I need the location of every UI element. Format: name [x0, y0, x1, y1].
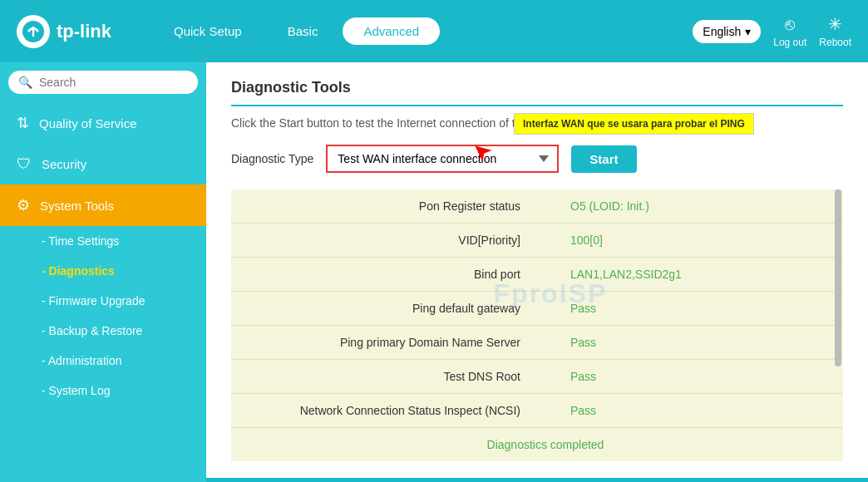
logout-button[interactable]: ⎋ Log out — [773, 15, 806, 48]
table-row: Ping default gatewayPass — [231, 292, 843, 326]
sidebar: 🔍 ⇅ Quality of Service 🛡 Security ⚙ Syst… — [0, 62, 206, 482]
tab-quick-setup[interactable]: Quick Setup — [153, 17, 263, 45]
table-row: Ping primary Domain Name ServerPass — [231, 326, 843, 360]
qos-icon: ⇅ — [17, 114, 29, 132]
table-row: Network Connection Status Inspect (NCSI)… — [231, 394, 843, 428]
reboot-icon: ✳ — [828, 14, 842, 34]
logout-label: Log out — [773, 37, 806, 48]
search-box[interactable]: 🔍 — [8, 71, 198, 94]
table-row: VID[Priority]100[0] — [231, 224, 843, 258]
language-selector[interactable]: English ▾ — [693, 20, 761, 43]
page-title: Diagnostic Tools — [231, 79, 843, 106]
header-right: English ▾ ⎋ Log out ✳ Reboot — [693, 14, 851, 48]
start-button[interactable]: Start — [571, 145, 636, 173]
logo: tp-link — [17, 15, 111, 48]
results-table: Pon Register statusO5 (LOID: Init.)VID[P… — [231, 189, 843, 461]
table-row: Bind portLAN1,LAN2,SSID2g1 — [231, 258, 843, 292]
table-row: Test DNS RootPass — [231, 360, 843, 394]
scrollbar[interactable] — [835, 189, 841, 366]
content-wrapper: Diagnostic Tools Click the Start button … — [206, 62, 868, 482]
main-layout: 🔍 ⇅ Quality of Service 🛡 Security ⚙ Syst… — [0, 62, 868, 482]
logo-text: tp-link — [57, 21, 111, 42]
security-icon: 🛡 — [17, 155, 32, 173]
sidebar-sub-time-settings[interactable]: - Time Settings — [0, 226, 206, 256]
logo-icon — [17, 15, 50, 48]
sidebar-item-label-security: Security — [42, 157, 86, 171]
search-icon: 🔍 — [18, 76, 32, 89]
sidebar-submenu: - Time Settings - Diagnostics - Firmware… — [0, 226, 206, 406]
annotation-tooltip: Interfaz WAN que se usara para probar el… — [514, 113, 754, 135]
nav-tabs: Quick Setup Basic Advanced — [153, 17, 676, 45]
tab-advanced[interactable]: Advanced — [343, 17, 440, 45]
tab-basic[interactable]: Basic — [267, 17, 339, 45]
sidebar-sub-admin[interactable]: - Administration — [0, 346, 206, 376]
language-value: English — [703, 25, 741, 38]
system-tools-icon: ⚙ — [17, 196, 30, 214]
sidebar-item-label-qos: Quality of Service — [39, 116, 137, 130]
diagnostic-row: Diagnostic Type Test WAN interface conne… — [231, 145, 843, 173]
sidebar-item-label-system-tools: System Tools — [40, 199, 114, 213]
diagnostic-type-label: Diagnostic Type — [231, 152, 313, 165]
sidebar-item-qos[interactable]: ⇅ Quality of Service — [0, 102, 206, 144]
table-row: Pon Register statusO5 (LOID: Init.) — [231, 189, 843, 224]
sidebar-sub-syslog[interactable]: - System Log — [0, 376, 206, 406]
reboot-label: Reboot — [819, 37, 851, 48]
results-container: Pon Register statusO5 (LOID: Init.)VID[P… — [231, 189, 843, 461]
content-area: Diagnostic Tools Click the Start button … — [206, 62, 868, 478]
table-row: Diagnostics completed — [231, 428, 843, 462]
chevron-down-icon: ▾ — [745, 25, 751, 38]
header: tp-link Quick Setup Basic Advanced Engli… — [0, 0, 868, 62]
sidebar-sub-firmware[interactable]: - Firmware Upgrade — [0, 286, 206, 316]
logout-icon: ⎋ — [785, 15, 795, 34]
diagnostic-type-select[interactable]: Test WAN interface connection — [326, 145, 559, 173]
sidebar-item-security[interactable]: 🛡 Security — [0, 144, 206, 184]
sidebar-sub-diagnostics[interactable]: - Diagnostics — [0, 256, 206, 286]
content-inner: Diagnostic Tools Click the Start button … — [206, 62, 868, 478]
sidebar-sub-backup[interactable]: - Backup & Restore — [0, 316, 206, 346]
reboot-button[interactable]: ✳ Reboot — [819, 14, 851, 48]
search-input[interactable] — [39, 76, 188, 89]
sidebar-item-system-tools[interactable]: ⚙ System Tools — [0, 184, 206, 226]
